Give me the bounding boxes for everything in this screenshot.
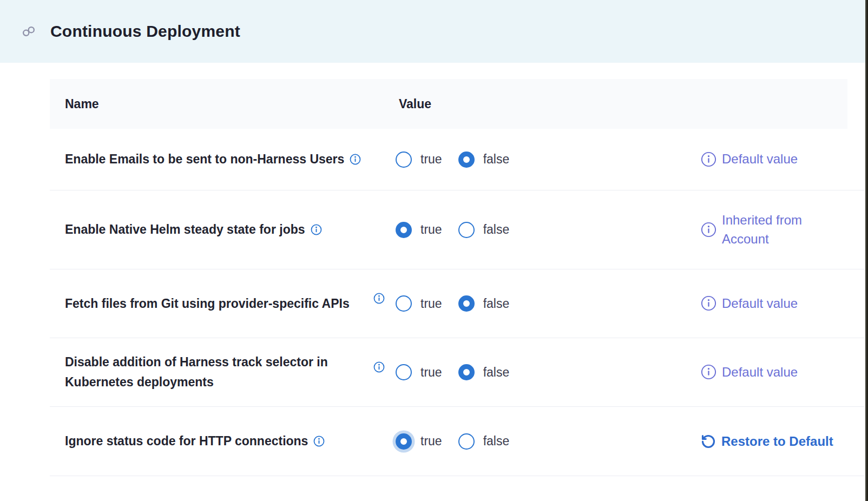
setting-name-label: Ignore status code for HTTP connections	[50, 431, 373, 451]
status-cell: Default value	[701, 363, 865, 382]
radio-option-true[interactable]: true	[396, 295, 442, 312]
radio-group: true false	[396, 222, 509, 238]
setting-row: Enable Native Helm steady state for jobs…	[50, 190, 865, 269]
status-label: Inherited from Account	[722, 211, 838, 249]
screen-edge-strip	[865, 0, 868, 501]
status-label: Default value	[722, 294, 798, 313]
table-header-row: Name Value	[50, 79, 865, 129]
section-header: Continuous Deployment	[0, 0, 868, 63]
radio-true[interactable]	[396, 295, 412, 312]
info-icon[interactable]	[350, 151, 361, 162]
radio-false[interactable]	[458, 151, 475, 168]
radio-false[interactable]	[458, 295, 475, 312]
radio-true[interactable]	[396, 433, 412, 450]
setting-row: Ignore status code for HTTP connections …	[50, 407, 865, 476]
status-cell: Inherited from Account	[701, 211, 865, 249]
status-label: Default value	[722, 363, 798, 382]
restore-icon[interactable]	[701, 434, 716, 449]
column-header-value: Value	[399, 97, 847, 111]
radio-option-false[interactable]: false	[458, 433, 510, 450]
radio-option-true[interactable]: true	[396, 364, 442, 380]
setting-name-label: Enable Native Helm steady state for jobs	[50, 220, 373, 240]
setting-name-label: Disable addition of Harness track select…	[50, 352, 373, 392]
setting-row: Disable addition of Harness track select…	[50, 338, 865, 407]
info-icon[interactable]	[373, 361, 385, 373]
status-label: Default value	[722, 150, 798, 169]
radio-group: true false	[396, 364, 509, 380]
link-icon[interactable]	[22, 24, 36, 38]
settings-table: Name Value Enable Emails to be sent to n…	[50, 79, 865, 476]
restore-to-default-button[interactable]: Restore to Default	[701, 434, 865, 449]
radio-option-false[interactable]: false	[458, 222, 510, 238]
setting-row: Enable Emails to be sent to non-Harness …	[50, 129, 865, 190]
radio-true[interactable]	[396, 151, 412, 168]
setting-row: Fetch files from Git using provider-spec…	[50, 269, 865, 338]
page-title: Continuous Deployment	[50, 22, 240, 41]
radio-group: true false	[396, 151, 509, 168]
radio-option-false[interactable]: false	[458, 295, 510, 312]
radio-option-true[interactable]: true	[396, 222, 442, 238]
radio-false[interactable]	[458, 433, 475, 450]
info-circle-icon[interactable]	[701, 222, 716, 238]
status-cell: Default value	[701, 150, 865, 169]
radio-option-false[interactable]: false	[458, 151, 510, 168]
status-cell: Default value	[701, 294, 865, 313]
setting-name-label: Fetch files from Git using provider-spec…	[50, 294, 373, 314]
radio-true[interactable]	[396, 364, 412, 380]
radio-false[interactable]	[458, 364, 475, 380]
info-circle-icon[interactable]	[701, 295, 716, 311]
radio-group: true false	[396, 433, 509, 450]
radio-option-true[interactable]: true	[396, 151, 442, 168]
radio-group: true false	[396, 295, 509, 312]
radio-option-false[interactable]: false	[458, 364, 510, 380]
radio-false[interactable]	[458, 222, 475, 238]
setting-name-label: Enable Emails to be sent to non-Harness …	[50, 149, 373, 169]
info-icon[interactable]	[373, 293, 385, 304]
status-label[interactable]: Restore to Default	[721, 434, 833, 449]
info-icon[interactable]	[313, 433, 325, 444]
radio-option-true[interactable]: true	[396, 433, 442, 450]
info-circle-icon[interactable]	[701, 151, 716, 167]
column-header-name: Name	[50, 97, 399, 111]
radio-true[interactable]	[396, 222, 412, 238]
info-icon[interactable]	[311, 221, 322, 233]
info-circle-icon[interactable]	[701, 364, 716, 380]
